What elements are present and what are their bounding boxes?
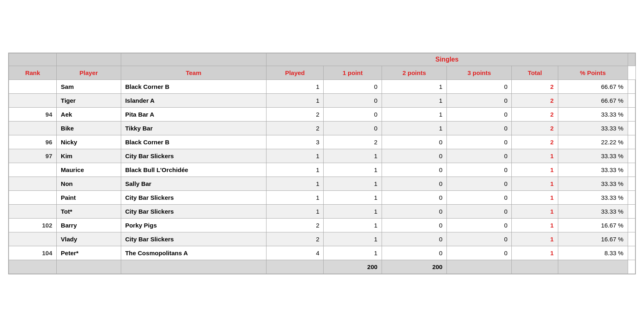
- three-points-cell: 0: [447, 191, 512, 205]
- two-points-cell: 0: [382, 177, 446, 191]
- totals-row: 200200: [9, 260, 635, 274]
- player-cell: Sam: [57, 80, 121, 94]
- played-cell: 1: [266, 205, 324, 219]
- player-cell: Nicky: [57, 135, 121, 149]
- table-row: MauriceBlack Bull L'Orchidée1100133.33 %: [9, 163, 635, 177]
- totals-empty: [266, 260, 324, 274]
- total-cell: 1: [512, 191, 558, 205]
- rank-cell: [9, 163, 57, 177]
- rank-cell: 104: [9, 246, 57, 260]
- played-cell: 1: [266, 94, 324, 108]
- one-point-cell: 1: [324, 219, 382, 232]
- two-points-cell: 0: [382, 163, 446, 177]
- total-cell: 1: [512, 205, 558, 219]
- team-cell: Tikky Bar: [121, 122, 266, 135]
- table-row: 97KimCity Bar Slickers1100133.33 %: [9, 149, 635, 163]
- played-cell: 3: [266, 135, 324, 149]
- rank-cell: [9, 232, 57, 246]
- pct-cell: 33.33 %: [558, 205, 628, 219]
- total-cell: 2: [512, 80, 558, 94]
- player-cell: Kim: [57, 149, 121, 163]
- table-row: VladyCity Bar Slickers2100116.67 %: [9, 232, 635, 246]
- one-point-cell: 0: [324, 94, 382, 108]
- rank-cell: [9, 205, 57, 219]
- one-point-cell: 1: [324, 177, 382, 191]
- player-cell: Tot*: [57, 205, 121, 219]
- singles-header: Singles: [266, 53, 628, 66]
- table-body: SamBlack Corner B1010266.67 %TigerIsland…: [9, 80, 635, 274]
- two-points-cell: 0: [382, 246, 446, 260]
- played-cell: 1: [266, 191, 324, 205]
- totals-empty: [57, 260, 121, 274]
- table-row: 102BarryPorky Pigs2100116.67 %: [9, 219, 635, 232]
- player-cell: Bike: [57, 122, 121, 135]
- two-points-cell: 1: [382, 108, 446, 122]
- total-cell: 2: [512, 135, 558, 149]
- pct-cell: 33.33 %: [558, 191, 628, 205]
- three-points-cell: 0: [447, 177, 512, 191]
- two-points-cell: 1: [382, 80, 446, 94]
- team-cell: City Bar Slickers: [121, 149, 266, 163]
- player-cell: Tiger: [57, 94, 121, 108]
- three-points-cell: 0: [447, 135, 512, 149]
- total-cell: 2: [512, 108, 558, 122]
- table-row: SamBlack Corner B1010266.67 %: [9, 80, 635, 94]
- played-cell: 1: [266, 80, 324, 94]
- two-points-cell: 1: [382, 94, 446, 108]
- empty-col-3: [121, 53, 266, 66]
- totals-two-points: 200: [382, 260, 446, 274]
- played-cell: 2: [266, 232, 324, 246]
- rank-cell: [9, 177, 57, 191]
- team-cell: Black Corner B: [121, 135, 266, 149]
- one-point-cell: 1: [324, 149, 382, 163]
- two-points-cell: 0: [382, 205, 446, 219]
- three-points-cell: 0: [447, 246, 512, 260]
- table-row: PaintCity Bar Slickers1100133.33 %: [9, 191, 635, 205]
- pct-cell: 33.33 %: [558, 163, 628, 177]
- team-cell: The Cosmopolitans A: [121, 246, 266, 260]
- table-row: TigerIslander A1010266.67 %: [9, 94, 635, 108]
- three-points-cell: 0: [447, 80, 512, 94]
- pct-cell: 66.67 %: [558, 94, 628, 108]
- team-cell: Pita Bar A: [121, 108, 266, 122]
- rank-cell: 97: [9, 149, 57, 163]
- totals-empty: [512, 260, 558, 274]
- one-point-cell: 1: [324, 232, 382, 246]
- total-cell: 1: [512, 219, 558, 232]
- two-points-cell: 0: [382, 219, 446, 232]
- three-points-header: 3 points: [447, 66, 512, 80]
- totals-empty: [447, 260, 512, 274]
- rank-cell: [9, 122, 57, 135]
- pct-cell: 66.67 %: [558, 80, 628, 94]
- rank-cell: 94: [9, 108, 57, 122]
- total-cell: 2: [512, 94, 558, 108]
- total-cell: 1: [512, 177, 558, 191]
- total-cell: 2: [512, 122, 558, 135]
- rankings-table: Singles Rank Player Team Played 1 point …: [9, 53, 635, 274]
- player-cell: Vlady: [57, 232, 121, 246]
- total-header: Total: [512, 66, 558, 80]
- player-cell: Non: [57, 177, 121, 191]
- three-points-cell: 0: [447, 219, 512, 232]
- pct-cell: 33.33 %: [558, 177, 628, 191]
- totals-empty: [121, 260, 266, 274]
- total-cell: 1: [512, 149, 558, 163]
- one-point-cell: 0: [324, 122, 382, 135]
- rank-cell: [9, 80, 57, 94]
- team-cell: Islander A: [121, 94, 266, 108]
- team-cell: Black Bull L'Orchidée: [121, 163, 266, 177]
- one-point-cell: 1: [324, 191, 382, 205]
- three-points-cell: 0: [447, 205, 512, 219]
- pct-points-header: % Points: [558, 66, 628, 80]
- team-cell: City Bar Slickers: [121, 191, 266, 205]
- rank-cell: 96: [9, 135, 57, 149]
- one-point-cell: 1: [324, 246, 382, 260]
- pct-cell: 22.22 %: [558, 135, 628, 149]
- pct-cell: 33.33 %: [558, 108, 628, 122]
- team-cell: Sally Bar: [121, 177, 266, 191]
- played-cell: 1: [266, 163, 324, 177]
- three-points-cell: 0: [447, 94, 512, 108]
- team-header: Team: [121, 66, 266, 80]
- three-points-cell: 0: [447, 122, 512, 135]
- empty-col-1: [9, 53, 57, 66]
